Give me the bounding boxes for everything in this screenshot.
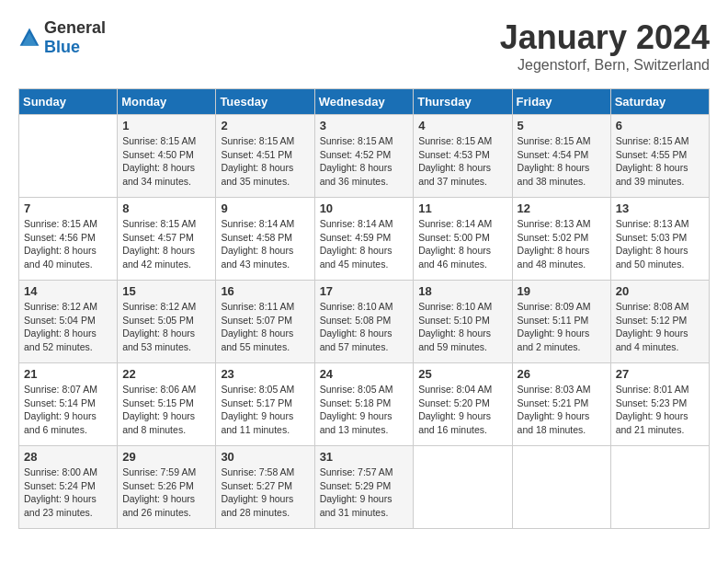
day-number: 2 — [221, 119, 309, 132]
calendar-cell: 22Sunrise: 8:06 AMSunset: 5:15 PMDayligh… — [118, 363, 216, 446]
day-number: 18 — [418, 284, 506, 298]
day-number: 28 — [24, 450, 112, 464]
day-info: Sunrise: 8:14 AMSunset: 5:00 PMDaylight:… — [418, 217, 506, 271]
day-info: Sunrise: 8:13 AMSunset: 5:02 PMDaylight:… — [518, 217, 606, 271]
weekday-header-tuesday: Tuesday — [216, 89, 314, 115]
day-number: 30 — [221, 450, 309, 464]
month-title: January 2024 — [500, 18, 710, 57]
logo: General Blue — [18, 18, 106, 57]
day-number: 29 — [122, 450, 210, 464]
day-info: Sunrise: 8:12 AMSunset: 5:05 PMDaylight:… — [122, 300, 210, 354]
day-info: Sunrise: 8:03 AMSunset: 5:21 PMDaylight:… — [518, 383, 606, 437]
logo-text: General Blue — [44, 18, 106, 57]
calendar-cell — [512, 446, 610, 529]
header: General Blue January 2024 Jegenstorf, Be… — [18, 18, 710, 74]
day-info: Sunrise: 8:01 AMSunset: 5:23 PMDaylight:… — [616, 383, 704, 437]
day-info: Sunrise: 8:15 AMSunset: 4:50 PMDaylight:… — [122, 134, 210, 189]
calendar-cell: 5Sunrise: 8:15 AMSunset: 4:54 PMDaylight… — [512, 115, 610, 198]
day-info: Sunrise: 7:58 AMSunset: 5:27 PMDaylight:… — [221, 465, 309, 520]
day-info: Sunrise: 7:57 AMSunset: 5:29 PMDaylight:… — [320, 465, 409, 520]
calendar-cell: 11Sunrise: 8:14 AMSunset: 5:00 PMDayligh… — [414, 198, 512, 281]
day-number: 23 — [221, 367, 309, 381]
day-info: Sunrise: 8:15 AMSunset: 4:55 PMDaylight:… — [616, 134, 704, 189]
day-number: 1 — [122, 119, 210, 132]
calendar-cell: 25Sunrise: 8:04 AMSunset: 5:20 PMDayligh… — [414, 363, 512, 446]
week-row-4: 21Sunrise: 8:07 AMSunset: 5:14 PMDayligh… — [19, 363, 710, 446]
day-number: 11 — [418, 201, 506, 215]
calendar-cell: 23Sunrise: 8:05 AMSunset: 5:17 PMDayligh… — [216, 363, 314, 446]
day-info: Sunrise: 8:05 AMSunset: 5:18 PMDaylight:… — [320, 383, 409, 437]
calendar-cell: 9Sunrise: 8:14 AMSunset: 4:58 PMDaylight… — [216, 198, 314, 281]
day-number: 4 — [418, 119, 506, 132]
calendar-cell: 1Sunrise: 8:15 AMSunset: 4:50 PMDaylight… — [118, 115, 216, 198]
day-number: 6 — [616, 119, 704, 132]
calendar-table: SundayMondayTuesdayWednesdayThursdayFrid… — [18, 88, 710, 529]
day-number: 14 — [24, 284, 112, 298]
weekday-header-wednesday: Wednesday — [314, 89, 414, 115]
calendar-cell — [414, 446, 512, 529]
day-number: 5 — [518, 119, 606, 132]
calendar-cell: 15Sunrise: 8:12 AMSunset: 5:05 PMDayligh… — [118, 281, 216, 363]
calendar-cell: 7Sunrise: 8:15 AMSunset: 4:56 PMDaylight… — [19, 198, 118, 281]
week-row-1: 1Sunrise: 8:15 AMSunset: 4:50 PMDaylight… — [19, 115, 710, 198]
day-info: Sunrise: 8:12 AMSunset: 5:04 PMDaylight:… — [24, 300, 112, 354]
day-number: 12 — [518, 201, 606, 215]
title-area: January 2024 Jegenstorf, Bern, Switzerla… — [500, 18, 710, 74]
day-info: Sunrise: 8:00 AMSunset: 5:24 PMDaylight:… — [24, 465, 112, 520]
day-info: Sunrise: 8:13 AMSunset: 5:03 PMDaylight:… — [616, 217, 704, 271]
day-number: 17 — [320, 284, 409, 298]
weekday-header-sunday: Sunday — [19, 89, 118, 115]
day-number: 9 — [221, 201, 309, 215]
day-info: Sunrise: 8:14 AMSunset: 4:59 PMDaylight:… — [320, 217, 409, 271]
day-info: Sunrise: 8:15 AMSunset: 4:54 PMDaylight:… — [518, 134, 606, 189]
day-info: Sunrise: 8:08 AMSunset: 5:12 PMDaylight:… — [616, 300, 704, 354]
calendar-cell: 10Sunrise: 8:14 AMSunset: 4:59 PMDayligh… — [314, 198, 414, 281]
calendar-cell: 31Sunrise: 7:57 AMSunset: 5:29 PMDayligh… — [314, 446, 414, 529]
calendar-cell: 20Sunrise: 8:08 AMSunset: 5:12 PMDayligh… — [610, 281, 709, 363]
weekday-header-friday: Friday — [512, 89, 610, 115]
day-number: 20 — [616, 284, 704, 298]
calendar-cell — [610, 446, 709, 529]
day-info: Sunrise: 8:05 AMSunset: 5:17 PMDaylight:… — [221, 383, 309, 437]
calendar-cell: 29Sunrise: 7:59 AMSunset: 5:26 PMDayligh… — [118, 446, 216, 529]
day-info: Sunrise: 8:15 AMSunset: 4:56 PMDaylight:… — [24, 217, 112, 271]
day-number: 19 — [518, 284, 606, 298]
calendar-cell: 14Sunrise: 8:12 AMSunset: 5:04 PMDayligh… — [19, 281, 118, 363]
day-number: 16 — [221, 284, 309, 298]
calendar-cell: 13Sunrise: 8:13 AMSunset: 5:03 PMDayligh… — [610, 198, 709, 281]
calendar-cell: 16Sunrise: 8:11 AMSunset: 5:07 PMDayligh… — [216, 281, 314, 363]
day-number: 21 — [24, 367, 112, 381]
day-number: 22 — [122, 367, 210, 381]
day-number: 31 — [320, 450, 409, 464]
day-number: 15 — [122, 284, 210, 298]
day-info: Sunrise: 8:15 AMSunset: 4:57 PMDaylight:… — [122, 217, 210, 271]
day-info: Sunrise: 7:59 AMSunset: 5:26 PMDaylight:… — [122, 465, 210, 520]
calendar-cell — [19, 115, 118, 198]
day-number: 24 — [320, 367, 409, 381]
day-number: 27 — [616, 367, 704, 381]
calendar-cell: 19Sunrise: 8:09 AMSunset: 5:11 PMDayligh… — [512, 281, 610, 363]
weekday-header-saturday: Saturday — [610, 89, 709, 115]
week-row-5: 28Sunrise: 8:00 AMSunset: 5:24 PMDayligh… — [19, 446, 710, 529]
weekday-header-row: SundayMondayTuesdayWednesdayThursdayFrid… — [19, 89, 710, 115]
calendar-cell: 17Sunrise: 8:10 AMSunset: 5:08 PMDayligh… — [314, 281, 414, 363]
week-row-3: 14Sunrise: 8:12 AMSunset: 5:04 PMDayligh… — [19, 281, 710, 363]
day-info: Sunrise: 8:11 AMSunset: 5:07 PMDaylight:… — [221, 300, 309, 354]
day-number: 10 — [320, 201, 409, 215]
day-info: Sunrise: 8:09 AMSunset: 5:11 PMDaylight:… — [518, 300, 606, 354]
logo-general: General — [44, 18, 106, 37]
calendar-cell: 26Sunrise: 8:03 AMSunset: 5:21 PMDayligh… — [512, 363, 610, 446]
day-number: 8 — [122, 201, 210, 215]
day-number: 3 — [320, 119, 409, 132]
calendar-cell: 18Sunrise: 8:10 AMSunset: 5:10 PMDayligh… — [414, 281, 512, 363]
calendar-cell: 28Sunrise: 8:00 AMSunset: 5:24 PMDayligh… — [19, 446, 118, 529]
calendar-cell: 24Sunrise: 8:05 AMSunset: 5:18 PMDayligh… — [314, 363, 414, 446]
calendar-cell: 4Sunrise: 8:15 AMSunset: 4:53 PMDaylight… — [414, 115, 512, 198]
day-info: Sunrise: 8:10 AMSunset: 5:08 PMDaylight:… — [320, 300, 409, 354]
day-info: Sunrise: 8:04 AMSunset: 5:20 PMDaylight:… — [418, 383, 506, 437]
calendar-cell: 12Sunrise: 8:13 AMSunset: 5:02 PMDayligh… — [512, 198, 610, 281]
calendar-cell: 2Sunrise: 8:15 AMSunset: 4:51 PMDaylight… — [216, 115, 314, 198]
calendar-cell: 21Sunrise: 8:07 AMSunset: 5:14 PMDayligh… — [19, 363, 118, 446]
day-number: 25 — [418, 367, 506, 381]
day-number: 7 — [24, 201, 112, 215]
